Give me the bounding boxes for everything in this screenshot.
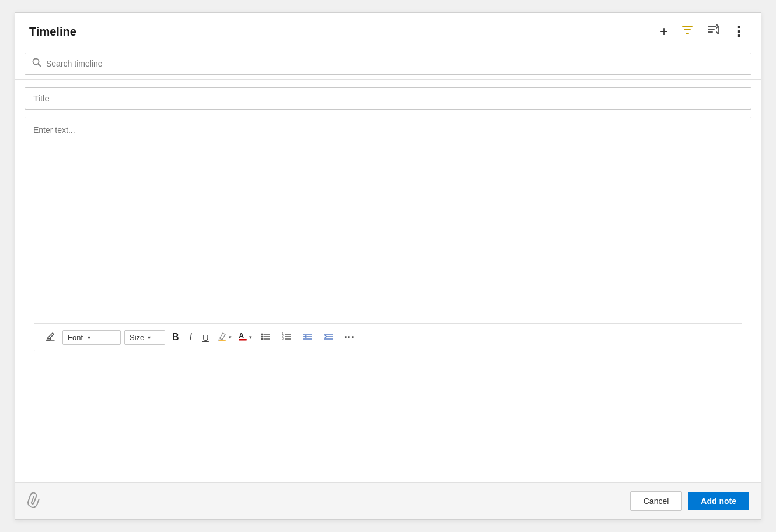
text-area[interactable] — [25, 117, 751, 321]
svg-rect-9 — [239, 339, 247, 341]
svg-line-5 — [39, 64, 41, 66]
title-section — [15, 80, 761, 110]
cancel-button[interactable]: Cancel — [630, 491, 683, 511]
font-color-icon: A — [237, 331, 248, 344]
sort-button[interactable] — [705, 22, 721, 41]
toolbar-more-button[interactable]: ··· — [341, 329, 358, 346]
format-toolbar: Font ▾ Size ▾ B I U — [34, 323, 742, 351]
size-label: Size — [130, 333, 144, 342]
search-container — [15, 48, 761, 80]
bold-button[interactable]: B — [169, 330, 183, 345]
italic-icon: I — [190, 332, 192, 342]
search-icon — [32, 58, 41, 69]
svg-point-11 — [261, 335, 263, 337]
svg-rect-7 — [219, 340, 226, 341]
highlight-arrow: ▾ — [229, 334, 232, 340]
bullet-list-button[interactable] — [257, 329, 274, 346]
add-button[interactable]: + — [659, 23, 669, 40]
attach-button[interactable] — [24, 489, 43, 512]
paperclip-icon — [24, 494, 41, 512]
svg-point-10 — [261, 333, 263, 335]
panel-header: Timeline + — [15, 13, 761, 48]
numbered-list-button[interactable]: 1. 2. 3. — [278, 329, 295, 346]
highlight-dropdown[interactable]: ▾ — [216, 328, 233, 346]
font-dropdown-arrow: ▾ — [88, 334, 90, 341]
highlight-icon — [217, 331, 228, 344]
sort-icon — [707, 23, 719, 40]
font-color-arrow: ▾ — [249, 334, 252, 340]
timeline-panel: Timeline + — [15, 12, 761, 520]
title-input[interactable] — [25, 87, 751, 110]
italic-button[interactable]: I — [186, 330, 195, 345]
filter-button[interactable] — [680, 22, 695, 41]
font-dropdown[interactable]: Font ▾ — [62, 330, 121, 345]
add-note-button[interactable]: Add note — [688, 492, 749, 510]
eraser-icon — [45, 331, 55, 344]
more-options-icon: ⋮ — [732, 24, 746, 39]
footer-buttons: Cancel Add note — [630, 491, 749, 511]
numbered-list-icon: 1. 2. 3. — [281, 331, 292, 344]
underline-icon: U — [202, 332, 209, 342]
toolbar-more-icon: ··· — [344, 331, 355, 344]
underline-button[interactable]: U — [199, 330, 212, 345]
size-dropdown[interactable]: Size ▾ — [124, 330, 165, 345]
filter-icon — [681, 23, 694, 40]
svg-point-12 — [261, 338, 263, 340]
search-bar — [25, 52, 751, 75]
header-actions: + — [659, 22, 747, 41]
increase-indent-icon — [323, 331, 334, 344]
bold-icon: B — [172, 332, 179, 342]
size-dropdown-arrow: ▾ — [148, 334, 151, 341]
search-input[interactable] — [46, 59, 744, 68]
panel-title: Timeline — [29, 25, 76, 38]
increase-indent-button[interactable] — [320, 329, 337, 346]
clear-formatting-button[interactable] — [41, 329, 59, 346]
svg-text:A: A — [239, 331, 244, 340]
add-icon: + — [660, 24, 668, 38]
decrease-indent-button[interactable] — [299, 329, 316, 346]
more-options-button[interactable]: ⋮ — [731, 23, 747, 40]
text-section: Font ▾ Size ▾ B I U — [15, 110, 761, 475]
panel-footer: Cancel Add note — [15, 482, 761, 519]
svg-text:3.: 3. — [282, 337, 284, 340]
font-color-dropdown[interactable]: A ▾ — [236, 328, 253, 346]
font-label: Font — [68, 333, 83, 342]
bullet-list-icon — [260, 331, 271, 344]
decrease-indent-icon — [302, 331, 313, 344]
